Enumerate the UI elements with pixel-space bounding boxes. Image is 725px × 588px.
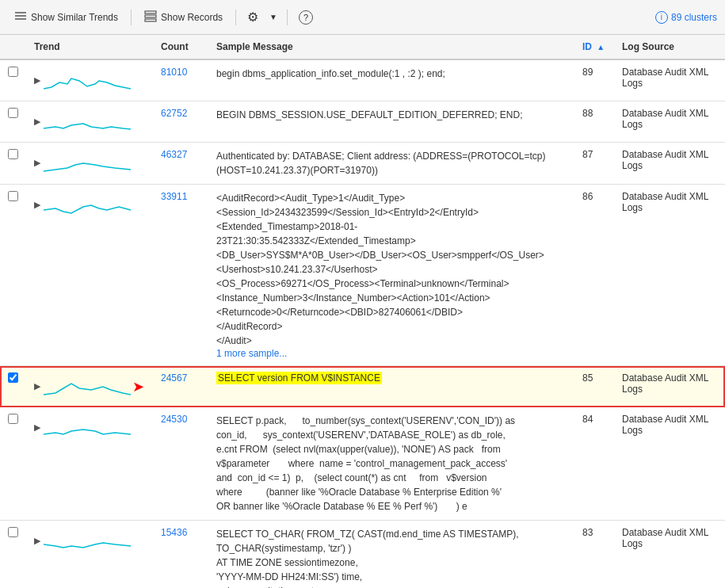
row-checkbox[interactable]	[8, 149, 18, 159]
selection-arrow: ➤	[132, 378, 144, 395]
row-checkbox[interactable]	[8, 108, 18, 118]
message-text: <AuditRecord><Audit_Type>1</Audit_Type> …	[216, 193, 544, 346]
info-circle-icon: i	[655, 11, 668, 24]
main-table: Trend Count Sample Message ID ▲ Log Sour…	[0, 35, 725, 588]
log-source-cell: Database Audit XML Logs	[614, 101, 725, 143]
row-checkbox[interactable]	[8, 67, 18, 77]
count-cell[interactable]: 24530	[153, 407, 208, 521]
log-source-cell: Database Audit XML Logs	[614, 143, 725, 185]
more-samples-link[interactable]: 1 more sample...	[216, 348, 287, 359]
show-records-icon	[144, 10, 157, 25]
checkbox-cell[interactable]	[0, 143, 26, 185]
count-link[interactable]: 24530	[161, 414, 187, 425]
row-checkbox[interactable]	[8, 372, 18, 383]
separator-1	[131, 10, 132, 25]
gear-icon: ⚙	[247, 10, 258, 25]
separator-3	[287, 10, 288, 25]
similar-trends-icon	[14, 10, 27, 25]
table-row: ▶ ➤ 24567 SELECT version FROM V$INSTANCE…	[0, 366, 725, 407]
id-cell: 87	[574, 143, 614, 185]
row-expander[interactable]: ▶	[34, 536, 40, 546]
checkbox-cell[interactable]	[0, 185, 26, 366]
log-source-cell: Database Audit XML Logs	[614, 521, 725, 589]
message-cell: begin dbms_application_info.set_module(:…	[208, 59, 574, 101]
toolbar: Show Similar Trends Show Records ⚙ ▼ ? i…	[0, 0, 725, 35]
id-cell: 86	[574, 185, 614, 366]
id-cell: 89	[574, 59, 614, 101]
checkbox-cell[interactable]	[0, 101, 26, 143]
message-text: SELECT p.pack, to_number(sys_context('US…	[216, 415, 515, 512]
row-expander[interactable]: ▶	[34, 422, 40, 433]
id-cell: 85	[574, 366, 614, 407]
column-header-sample-message: Sample Message	[208, 35, 574, 59]
id-cell: 83	[574, 521, 614, 589]
trend-cell: ▶	[26, 59, 153, 101]
table-row: ▶ 81010 begin dbms_application_info.set_…	[0, 59, 725, 101]
count-link[interactable]: 62752	[161, 108, 187, 119]
svg-rect-3	[145, 11, 156, 13]
show-records-button[interactable]: Show Records	[138, 6, 229, 28]
count-cell[interactable]: 24567	[153, 366, 208, 407]
row-expander[interactable]: ▶	[34, 200, 40, 210]
message-cell: BEGIN DBMS_SESSION.USE_DEFAULT_EDITION_D…	[208, 101, 574, 143]
message-text: begin dbms_application_info.set_module(:…	[216, 68, 445, 79]
row-checkbox[interactable]	[8, 191, 18, 201]
count-cell[interactable]: 62752	[153, 101, 208, 143]
count-cell[interactable]: 46327	[153, 143, 208, 185]
help-button[interactable]: ?	[294, 7, 318, 28]
checkbox-cell[interactable]	[0, 521, 26, 589]
chevron-down-icon: ▼	[269, 13, 277, 21]
row-checkbox[interactable]	[8, 414, 18, 424]
trend-cell: ▶	[26, 101, 153, 143]
dropdown-button[interactable]: ▼	[266, 10, 280, 25]
log-source-cell: Database Audit XML Logs	[614, 407, 725, 521]
count-link[interactable]: 24567	[161, 372, 187, 384]
checkbox-cell[interactable]	[0, 407, 26, 521]
trend-cell: ▶	[26, 521, 153, 589]
message-cell: SELECT TO_CHAR( FROM_TZ( CAST(md.end_tim…	[208, 521, 574, 589]
count-link[interactable]: 46327	[161, 149, 187, 160]
table-row: ▶ 15436 SELECT TO_CHAR( FROM_TZ( CAST(md…	[0, 521, 725, 589]
log-source-cell: Database Audit XML Logs	[614, 185, 725, 366]
settings-button[interactable]: ⚙	[242, 6, 263, 28]
count-link[interactable]: 15436	[161, 527, 187, 538]
column-header-id[interactable]: ID ▲	[574, 35, 614, 59]
row-checkbox[interactable]	[8, 527, 18, 537]
message-text: BEGIN DBMS_SESSION.USE_DEFAULT_EDITION_D…	[216, 109, 523, 120]
svg-rect-5	[145, 19, 156, 21]
message-cell: <AuditRecord><Audit_Type>1</Audit_Type> …	[208, 185, 574, 366]
highlighted-message: SELECT version FROM V$INSTANCE	[216, 372, 382, 384]
row-expander[interactable]: ▶	[34, 116, 40, 127]
message-cell: Authenticated by: DATABASE; Client addre…	[208, 143, 574, 185]
row-expander[interactable]: ▶	[34, 381, 40, 391]
checkbox-cell[interactable]	[0, 366, 26, 407]
svg-rect-4	[145, 15, 156, 17]
show-similar-trends-label: Show Similar Trends	[31, 12, 118, 23]
column-header-check	[0, 35, 26, 59]
help-icon: ?	[299, 10, 313, 25]
trend-cell: ▶ ➤	[26, 366, 153, 407]
show-similar-trends-button[interactable]: Show Similar Trends	[8, 6, 124, 28]
row-expander[interactable]: ▶	[34, 75, 40, 86]
table-row: ▶ 46327 Authenticated by: DATABASE; Clie…	[0, 143, 725, 185]
column-header-log-source: Log Source	[614, 35, 725, 59]
count-cell[interactable]: 15436	[153, 521, 208, 589]
clusters-count: 89 clusters	[671, 12, 717, 23]
row-expander[interactable]: ▶	[34, 158, 40, 168]
clusters-info: i 89 clusters	[655, 11, 717, 24]
checkbox-cell[interactable]	[0, 59, 26, 101]
message-text: SELECT TO_CHAR( FROM_TZ( CAST(md.end_tim…	[216, 529, 519, 588]
message-cell: SELECT version FROM V$INSTANCE	[208, 366, 574, 407]
count-link[interactable]: 33911	[161, 191, 187, 202]
count-link[interactable]: 81010	[161, 67, 187, 78]
count-cell[interactable]: 33911	[153, 185, 208, 366]
message-text: Authenticated by: DATABASE; Client addre…	[216, 151, 546, 176]
id-cell: 84	[574, 407, 614, 521]
trend-cell: ▶	[26, 407, 153, 521]
column-header-count: Count	[153, 35, 208, 59]
main-table-wrapper: Trend Count Sample Message ID ▲ Log Sour…	[0, 35, 725, 588]
log-source-cell: Database Audit XML Logs	[614, 59, 725, 101]
count-cell[interactable]: 81010	[153, 59, 208, 101]
table-row: ▶ 62752 BEGIN DBMS_SESSION.USE_DEFAULT_E…	[0, 101, 725, 143]
table-row: ▶ 24530 SELECT p.pack, to_number(sys_con…	[0, 407, 725, 521]
